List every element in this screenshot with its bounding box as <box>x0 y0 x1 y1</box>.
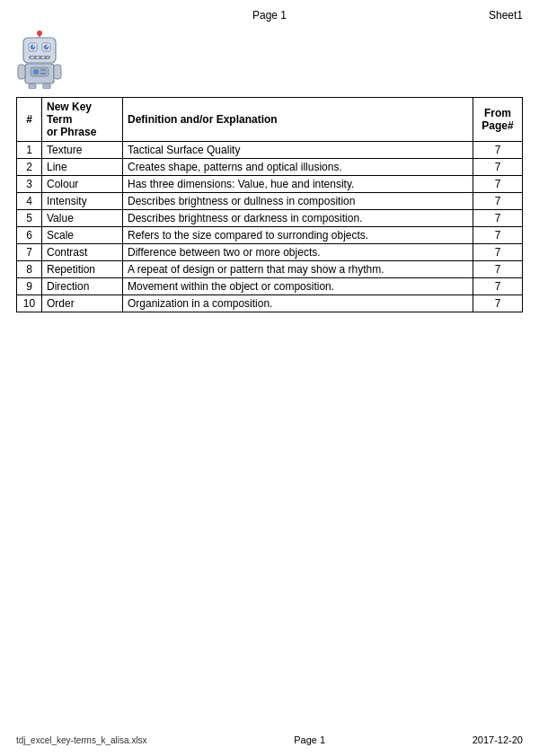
table-row: 7ContrastDifference between two or more … <box>17 244 523 261</box>
table-row: 8RepetitionA repeat of design or pattern… <box>17 261 523 278</box>
cell-term: Order <box>42 295 123 312</box>
cell-definition: Organization in a composition. <box>123 295 473 312</box>
cell-from: 7 <box>473 193 523 210</box>
svg-rect-11 <box>36 57 40 58</box>
key-terms-table-section: # New Key Term or Phrase Definition and/… <box>0 97 539 312</box>
svg-rect-21 <box>29 84 36 89</box>
cell-from: 7 <box>473 210 523 227</box>
svg-rect-20 <box>54 65 61 79</box>
svg-rect-10 <box>31 57 34 58</box>
table-header-row: # New Key Term or Phrase Definition and/… <box>17 98 523 142</box>
svg-point-1 <box>37 31 42 36</box>
sheet-label: Sheet1 <box>469 9 523 22</box>
cell-from: 7 <box>473 227 523 244</box>
cell-definition: Tactical Surface Quality <box>123 142 473 159</box>
cell-num: 4 <box>17 193 42 210</box>
cell-term: Line <box>42 159 123 176</box>
col-header-from: From Page# <box>473 98 523 142</box>
svg-rect-18 <box>40 73 46 75</box>
cell-num: 8 <box>17 261 42 278</box>
svg-rect-19 <box>18 65 25 79</box>
svg-point-16 <box>33 69 39 75</box>
cell-from: 7 <box>473 142 523 159</box>
cell-term: Colour <box>42 176 123 193</box>
cell-num: 2 <box>17 159 42 176</box>
cell-term: Texture <box>42 142 123 159</box>
cell-num: 9 <box>17 278 42 295</box>
cell-definition: Creates shape, patterns and optical illu… <box>123 159 473 176</box>
cell-definition: Difference between two or more objects. <box>123 244 473 261</box>
col-header-term: New Key Term or Phrase <box>42 98 123 142</box>
cell-from: 7 <box>473 176 523 193</box>
svg-rect-17 <box>40 69 46 71</box>
cell-from: 7 <box>473 278 523 295</box>
page-header: Page 1 Sheet1 <box>0 0 539 22</box>
cell-from: 7 <box>473 261 523 278</box>
table-row: 9DirectionMovement within the object or … <box>17 278 523 295</box>
svg-point-7 <box>33 46 35 48</box>
cell-term: Scale <box>42 227 123 244</box>
footer-page-number: Page 1 <box>147 734 473 745</box>
cell-term: Value <box>42 210 123 227</box>
svg-point-8 <box>47 46 49 48</box>
cell-num: 3 <box>17 176 42 193</box>
cell-definition: Describes brightness or darkness in comp… <box>123 210 473 227</box>
cell-term: Repetition <box>42 261 123 278</box>
cell-definition: A repeat of design or pattern that may s… <box>123 261 473 278</box>
svg-point-6 <box>44 45 49 50</box>
svg-point-5 <box>31 45 36 50</box>
page-number-header: Page 1 <box>70 9 469 22</box>
col-header-definition: Definition and/or Explanation <box>123 98 473 142</box>
cell-num: 6 <box>17 227 42 244</box>
robot-image-area <box>0 22 539 92</box>
cell-term: Contrast <box>42 244 123 261</box>
cell-term: Intensity <box>42 193 123 210</box>
svg-rect-22 <box>43 84 50 89</box>
cell-term: Direction <box>42 278 123 295</box>
cell-from: 7 <box>473 244 523 261</box>
footer-filename: tdj_excel_key-terms_k_alisa.xlsx <box>16 735 147 745</box>
cell-from: 7 <box>473 159 523 176</box>
cell-definition: Movement within the object or compositio… <box>123 278 473 295</box>
table-row: 6ScaleRefers to the size compared to sur… <box>17 227 523 244</box>
key-terms-table: # New Key Term or Phrase Definition and/… <box>16 97 523 312</box>
table-row: 10OrderOrganization in a composition.7 <box>17 295 523 312</box>
cell-num: 5 <box>17 210 42 227</box>
robot-icon <box>16 31 63 89</box>
cell-from: 7 <box>473 295 523 312</box>
table-row: 4IntensityDescribes brightness or dullne… <box>17 193 523 210</box>
cell-num: 10 <box>17 295 42 312</box>
table-row: 3ColourHas three dimensions: Value, hue … <box>17 176 523 193</box>
svg-rect-12 <box>41 57 45 58</box>
cell-definition: Has three dimensions: Value, hue and int… <box>123 176 473 193</box>
table-row: 5ValueDescribes brightness or darkness i… <box>17 210 523 227</box>
cell-num: 7 <box>17 244 42 261</box>
page-footer: tdj_excel_key-terms_k_alisa.xlsx Page 1 … <box>0 734 539 745</box>
cell-definition: Refers to the size compared to surrondin… <box>123 227 473 244</box>
cell-num: 1 <box>17 142 42 159</box>
cell-definition: Describes brightness or dullness in comp… <box>123 193 473 210</box>
col-header-num: # <box>17 98 42 142</box>
footer-date: 2017-12-20 <box>473 734 523 745</box>
table-row: 1TextureTactical Surface Quality7 <box>17 142 523 159</box>
table-row: 2LineCreates shape, patterns and optical… <box>17 159 523 176</box>
svg-rect-13 <box>47 57 49 58</box>
